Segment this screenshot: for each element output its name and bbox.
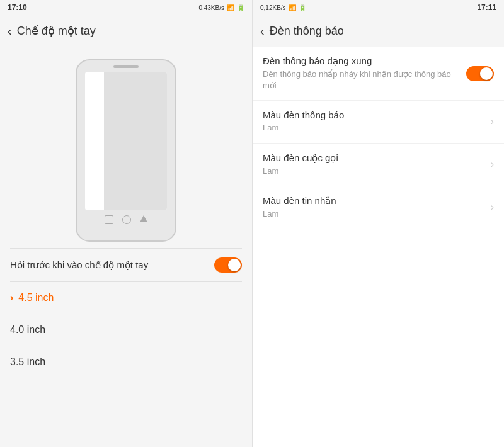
status-bar-left: 17:10 0,43KB/s 📶 🔋 [0,0,252,15]
call-color-content: Màu đèn cuộc gọi Lam [263,152,486,177]
one-hand-toggle-switch[interactable] [214,257,242,273]
back-button-left[interactable]: ‹ [8,24,12,38]
size-label-4-5: 4.5 inch [18,292,54,303]
right-panel: 0,12KB/s 📶 🔋 17:11 ‹ Đèn thông báo Đèn t… [252,0,504,447]
notif-color-title: Màu đèn thông báo [263,110,486,120]
sms-color-content: Màu đèn tin nhắn Lam [263,195,486,220]
size-item-3-5[interactable]: › 3.5 inch [0,346,252,378]
call-color-title: Màu đèn cuộc gọi [263,152,486,164]
setting-call-color[interactable]: Màu đèn cuộc gọi Lam › [253,144,504,186]
setting-notif-color[interactable]: Màu đèn thông báo Lam › [253,101,504,143]
phone-screen [85,72,167,210]
notif-color-content: Màu đèn thông báo Lam [263,110,486,133]
sms-color-title: Màu đèn tin nhắn [263,195,486,207]
time-right: 17:11 [477,3,496,12]
sms-color-chevron-icon: › [491,201,494,213]
size-options-list: › 4.5 inch › 4.0 inch › 3.5 inch [0,282,252,447]
header-right: ‹ Đèn thông báo [253,15,504,47]
phone-btn-home [122,215,131,224]
pulse-title: Đèn thông báo dạng xung [263,55,466,67]
one-hand-toggle-label: Hỏi trước khi vào chế độ một tay [10,259,214,271]
battery-icon-right: 🔋 [299,4,306,11]
toggle-knob [228,259,241,271]
call-color-value: Lam [263,166,486,177]
page-title-right: Đèn thông báo [270,25,344,38]
size-item-4-0[interactable]: › 4.0 inch [0,314,252,346]
phone-speaker [113,65,139,68]
pulse-content: Đèn thông báo dạng xung Đèn thông báo nh… [263,55,466,91]
speed-right: 0,12KB/s [260,4,286,11]
notif-color-value: Lam [263,122,486,133]
sms-color-value: Lam [263,208,486,220]
page-title-left: Chế độ một tay [17,24,96,38]
phone-mockup [76,59,176,242]
pulse-toggle[interactable] [466,66,494,81]
setting-sms-color[interactable]: Màu đèn tin nhắn Lam › [253,186,504,229]
status-icons-right-left: 0,12KB/s 📶 🔋 [260,4,306,11]
phone-nav-buttons [105,215,147,224]
wifi-icon-left: 📶 [227,4,234,11]
phone-btn-back [140,215,147,222]
call-color-chevron-icon: › [491,159,494,170]
pulse-toggle-knob [480,67,493,80]
size-item-4-5[interactable]: › 4.5 inch [0,282,252,314]
setting-pulse[interactable]: Đèn thông báo dạng xung Đèn thông báo nh… [253,47,504,101]
size-label-4-0: 4.0 inch [10,324,45,336]
phone-btn-menu [105,215,113,224]
speed-left: 0,43KB/s [198,4,224,11]
size-label-3-5: 3.5 inch [10,356,45,368]
active-chevron-icon: › [10,292,13,303]
notif-color-chevron-icon: › [491,116,494,127]
battery-icon-left: 🔋 [237,4,244,11]
time-left: 17:10 [8,3,27,12]
wifi-icon-right: 📶 [289,4,296,11]
phone-screen-inner [104,72,167,210]
header-left: ‹ Chế độ một tay [0,15,252,47]
status-bar-right: 0,12KB/s 📶 🔋 17:11 [253,0,504,15]
back-button-right[interactable]: ‹ [260,24,265,38]
settings-list: Đèn thông báo dạng xung Đèn thông báo nh… [253,47,504,447]
one-hand-toggle-row[interactable]: Hỏi trước khi vào chế độ một tay [0,249,252,281]
status-icons-left: 0,43KB/s 📶 🔋 [198,4,244,11]
pulse-subtitle: Đèn thông báo nhấp nháy khi nhận được th… [263,69,466,91]
left-panel: 17:10 0,43KB/s 📶 🔋 ‹ Chế độ một tay Hỏi … [0,0,252,447]
phone-mockup-container [0,47,252,248]
